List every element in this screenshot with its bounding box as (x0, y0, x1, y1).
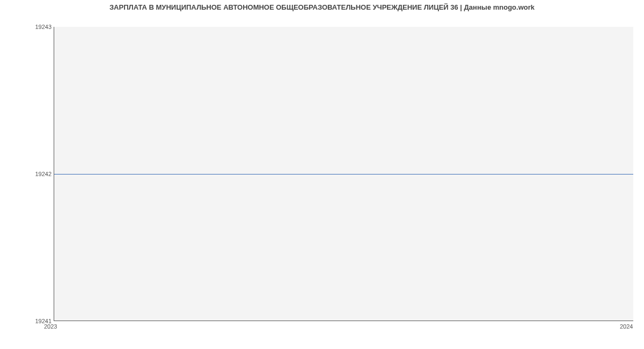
y-tick-top: 19243 (3, 24, 52, 30)
chart-title: ЗАРПЛАТА В МУНИЦИПАЛЬНОЕ АВТОНОМНОЕ ОБЩЕ… (0, 3, 644, 11)
x-tick-right: 2024 (620, 323, 633, 330)
chart-plot-area (54, 27, 633, 321)
y-tick-middle: 19242 (3, 171, 52, 177)
chart-container: ЗАРПЛАТА В МУНИЦИПАЛЬНОЕ АВТОНОМНОЕ ОБЩЕ… (0, 0, 644, 349)
x-tick-left: 2023 (44, 323, 57, 330)
chart-line-series (54, 174, 633, 174)
